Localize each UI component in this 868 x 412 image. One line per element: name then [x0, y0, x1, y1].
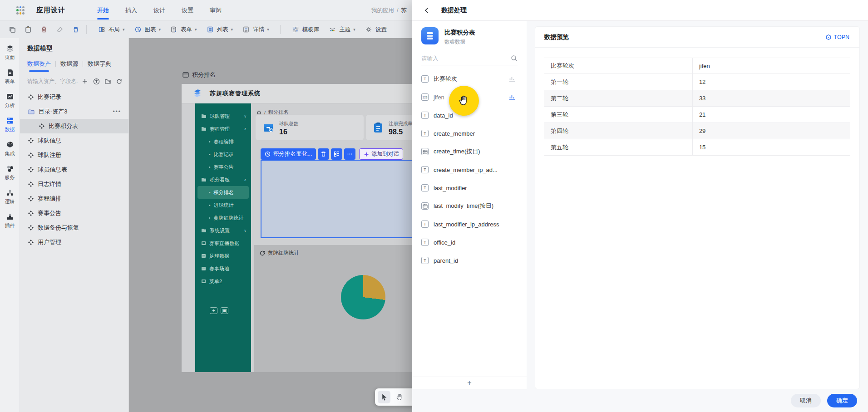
field-row[interactable]: last_modify_time(按日) [412, 197, 527, 215]
tree-item[interactable]: 日志详情 [20, 177, 128, 191]
rail-item-logic[interactable]: 逻辑 [5, 189, 15, 205]
field-row[interactable]: T office_id [412, 233, 527, 251]
tree-item[interactable]: 赛事公告 [20, 206, 128, 221]
tree-item[interactable]: 球队注册 [20, 148, 128, 162]
nav-page[interactable]: 赛事场地 [195, 262, 251, 275]
tab-data-sources[interactable]: 数据源 [60, 60, 78, 72]
rail-item-data[interactable]: 数据 [5, 117, 15, 133]
tab-settings[interactable]: 设置 [173, 0, 202, 21]
table-row[interactable]: 第三轮 21 [544, 107, 850, 123]
ribbon-group-chart[interactable]: 图表▾ [134, 25, 161, 34]
field-row[interactable]: T create_member_ip_ad... [412, 161, 527, 179]
pan-hand-button[interactable] [393, 391, 406, 403]
save-template-button[interactable] [331, 148, 342, 160]
rail-item-pages[interactable]: 页面 [5, 44, 15, 61]
new-folder-icon[interactable] [104, 77, 112, 85]
select-cursor-button[interactable] [378, 391, 390, 403]
tab-design[interactable]: 设计 [145, 0, 173, 21]
copy-icon[interactable] [8, 25, 16, 34]
table-row[interactable]: 第一轮 12 [544, 74, 850, 90]
field-row[interactable]: T create_member [412, 124, 527, 142]
app-logo[interactable] [16, 6, 25, 15]
field-row[interactable]: create_time(按日) [412, 142, 527, 161]
rail-item-integration[interactable]: 集成 [5, 141, 15, 157]
nav-page[interactable]: •黄牌红牌统计 [195, 211, 251, 224]
field-row[interactable]: T 比赛轮次 [412, 70, 527, 88]
nav-page[interactable]: •赛事公告 [195, 161, 251, 173]
nav-page[interactable]: •进球统计 [195, 199, 251, 211]
nav-folder[interactable]: 赛程管理∧ [195, 123, 251, 135]
tab-data-assets[interactable]: 数据资产 [27, 60, 51, 72]
more-actions-button[interactable] [344, 148, 355, 160]
add-field-button[interactable]: + [412, 377, 527, 389]
ribbon-settings[interactable]: 设置 [365, 25, 387, 34]
table-row[interactable]: 第四轮 29 [544, 123, 850, 139]
tree-item-selected[interactable]: 比赛积分表 [20, 119, 128, 133]
tree-item-folder[interactable]: 目录-资产3 ••• [20, 104, 128, 119]
nav-folder[interactable]: 系统设置∨ [195, 224, 251, 237]
nav-page[interactable]: 菜单2 [195, 275, 251, 288]
field-row[interactable]: T last_modifier [412, 179, 527, 197]
tab-review[interactable]: 审阅 [202, 0, 230, 21]
tree-item[interactable]: 球队信息 [20, 133, 128, 148]
design-canvas[interactable]: 积分排名 苏超联赛管理系统 球队管理∨ 赛程管理∧ •赛程编排 •比赛记录 •赛… [129, 38, 412, 412]
bar-chart-icon-active[interactable] [509, 94, 516, 100]
rail-item-plugin[interactable]: 插件 [5, 213, 15, 229]
rail-item-analysis[interactable]: 分析 [5, 93, 15, 109]
tree-item[interactable]: 数据备份与恢复 [20, 221, 128, 235]
selected-chart-widget[interactable] [261, 160, 412, 238]
stat-card-registration[interactable]: 注册完成率98.5 [366, 115, 412, 140]
field-search-input[interactable] [421, 55, 511, 62]
nav-folder[interactable]: 积分看板∧ [195, 173, 251, 186]
field-row[interactable]: T last_modifier_ip_address [412, 215, 527, 233]
tree-item[interactable]: 赛程编排 [20, 191, 128, 206]
column-header[interactable]: jifen [693, 58, 850, 74]
more-icon[interactable]: ••• [113, 108, 128, 115]
nav-page[interactable]: 足球数据 [195, 250, 251, 262]
card-stats-widget[interactable]: 黄牌红牌统计 [254, 245, 412, 372]
tab-data-dictionary[interactable]: 数据字典 [88, 60, 111, 72]
table-row[interactable]: 第五轮 15 [544, 139, 850, 156]
clear-format-icon[interactable] [72, 25, 80, 34]
ribbon-template-library[interactable]: 模板库 [291, 25, 320, 34]
nav-page[interactable]: 赛事直播数据 [195, 237, 251, 250]
nav-folder[interactable]: 球队管理∨ [195, 110, 251, 123]
breadcrumb-root[interactable]: 我的应用 [371, 7, 394, 15]
nav-add-page-icon[interactable]: + [210, 307, 217, 314]
nav-add-folder-icon[interactable]: ▣ [221, 307, 228, 314]
nav-page[interactable]: •比赛记录 [195, 148, 251, 161]
rail-item-service[interactable]: 服务 [5, 165, 15, 181]
ribbon-group-form[interactable]: 表单▾ [170, 25, 197, 34]
ribbon-theme[interactable]: 主题▾ [328, 25, 355, 34]
tab-start[interactable]: 开始 [89, 0, 117, 21]
tree-item[interactable]: 用户管理 [20, 235, 128, 250]
eraser-icon[interactable] [56, 25, 64, 34]
topn-button[interactable]: TOPN [825, 34, 850, 40]
add-icon[interactable] [81, 77, 89, 85]
table-row[interactable]: 第二轮 33 [544, 90, 850, 107]
bar-chart-icon[interactable] [509, 76, 516, 82]
nav-page[interactable]: •赛程编排 [195, 135, 251, 148]
delete-widget-button[interactable] [318, 148, 329, 160]
cancel-button[interactable]: 取消 [791, 394, 821, 407]
paste-icon[interactable] [24, 25, 32, 34]
nav-page-active[interactable]: •积分排名 [197, 186, 249, 199]
tab-insert[interactable]: 插入 [117, 0, 145, 21]
refresh-icon[interactable] [115, 77, 123, 85]
ribbon-group-layout[interactable]: 布局▾ [98, 25, 125, 34]
add-to-chat-button[interactable]: 添加到对话 [359, 148, 403, 160]
tree-item[interactable]: 球员信息表 [20, 162, 128, 177]
back-button[interactable] [423, 7, 430, 14]
rail-item-forms[interactable]: 表单 [5, 69, 15, 85]
ribbon-group-detail[interactable]: 详情▾ [242, 25, 269, 34]
stat-card-teams[interactable]: 球队总数16 [256, 115, 364, 140]
ribbon-group-list[interactable]: 列表▾ [206, 25, 233, 34]
trash-icon[interactable] [40, 25, 48, 34]
upload-icon[interactable] [92, 77, 100, 85]
column-header[interactable]: 比赛轮次 [544, 58, 693, 74]
widget-title-pill[interactable]: 积分排名变化... [261, 148, 316, 160]
tree-item[interactable]: 比赛记录 [20, 90, 128, 104]
confirm-button[interactable]: 确定 [827, 394, 857, 407]
asset-search-input[interactable]: 请输入资产、字段名... [27, 78, 78, 85]
field-row[interactable]: T parent_id [412, 251, 527, 270]
